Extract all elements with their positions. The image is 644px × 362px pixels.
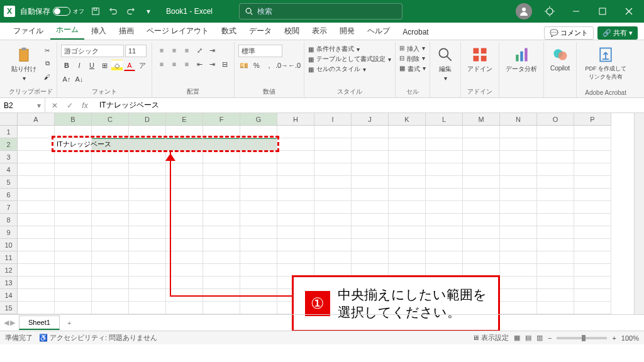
- zoom-slider[interactable]: [557, 337, 607, 339]
- pdf-share-button[interactable]: PDF を作成してリンクを共有: [580, 45, 631, 82]
- col-header[interactable]: M: [463, 113, 500, 126]
- copilot-button[interactable]: Copilot: [548, 45, 572, 73]
- row-header[interactable]: 10: [0, 239, 18, 251]
- tab-acrobat[interactable]: Acrobat: [397, 25, 434, 40]
- col-header[interactable]: O: [537, 113, 574, 126]
- comments-button[interactable]: 💬 コメント: [544, 26, 594, 40]
- tab-file[interactable]: ファイル: [8, 23, 49, 40]
- insert-cells-button[interactable]: ⊞挿入 ▾: [399, 45, 425, 53]
- view-pagebreak-icon[interactable]: ▥: [536, 334, 543, 342]
- close-icon[interactable]: [616, 1, 641, 21]
- qat-dropdown-icon[interactable]: ▾: [142, 5, 155, 18]
- cell-styles-button[interactable]: ▦セルのスタイル ▾: [308, 65, 366, 74]
- merge-center-icon[interactable]: ⊟: [219, 58, 230, 70]
- zoom-level[interactable]: 100%: [621, 334, 639, 342]
- formula-input[interactable]: ITナレッジベース: [94, 100, 644, 111]
- view-pagelayout-icon[interactable]: ▤: [525, 334, 531, 342]
- comma-icon[interactable]: ,: [264, 60, 275, 71]
- tab-view[interactable]: 表示: [306, 23, 333, 40]
- increase-font-icon[interactable]: A↑: [61, 74, 72, 85]
- row-header[interactable]: 12: [0, 264, 18, 277]
- align-middle-icon[interactable]: ≡: [169, 45, 180, 56]
- bold-button[interactable]: B: [61, 60, 72, 71]
- col-header[interactable]: P: [574, 113, 611, 126]
- col-header[interactable]: N: [500, 113, 537, 126]
- align-top-icon[interactable]: ≡: [156, 45, 167, 56]
- enter-formula-icon[interactable]: ✓: [64, 100, 75, 111]
- tab-data[interactable]: データ: [243, 23, 277, 40]
- cut-icon[interactable]: ✂: [42, 45, 53, 56]
- increase-decimal-icon[interactable]: .0→: [276, 60, 287, 71]
- paste-button[interactable]: 貼り付け▾: [9, 45, 39, 83]
- row-header[interactable]: 14: [0, 289, 18, 302]
- decrease-indent-icon[interactable]: ⇤: [194, 58, 205, 70]
- align-center-icon[interactable]: ≡: [169, 58, 180, 70]
- data-analysis-button[interactable]: データ分析: [503, 45, 540, 75]
- border-button[interactable]: ⊞: [99, 60, 110, 71]
- display-settings[interactable]: 🖥 表示設定: [472, 333, 509, 343]
- underline-button[interactable]: U: [86, 60, 97, 71]
- col-header[interactable]: D: [129, 113, 166, 126]
- row-header[interactable]: 2: [0, 138, 18, 151]
- tab-help[interactable]: ヘルプ: [362, 23, 396, 40]
- editing-button[interactable]: 編集▾: [434, 45, 457, 83]
- tab-insert[interactable]: 挿入: [86, 23, 112, 40]
- col-header[interactable]: K: [389, 113, 426, 126]
- autosave-toggle[interactable]: 自動保存 オフ: [20, 6, 84, 17]
- tab-pagelayout[interactable]: ページ レイアウト: [141, 23, 214, 40]
- decrease-decimal-icon[interactable]: ←.0: [289, 60, 300, 71]
- format-cells-button[interactable]: ▦書式 ▾: [399, 65, 426, 74]
- format-as-table-button[interactable]: ▦テーブルとして書式設定 ▾: [308, 55, 391, 63]
- sheet-tab[interactable]: Sheet1: [19, 315, 60, 330]
- align-left-icon[interactable]: ≡: [156, 58, 167, 70]
- wrap-text-icon[interactable]: ⇥: [206, 45, 218, 56]
- row-header[interactable]: 7: [0, 201, 18, 214]
- decrease-font-icon[interactable]: A↓: [74, 74, 85, 85]
- tab-formulas[interactable]: 数式: [216, 23, 242, 40]
- tab-draw[interactable]: 描画: [113, 23, 140, 40]
- row-header[interactable]: 4: [0, 163, 18, 176]
- row-header[interactable]: 1: [0, 126, 18, 138]
- name-box[interactable]: B2▾: [0, 98, 45, 112]
- vertical-scrollbar[interactable]: [634, 113, 644, 314]
- minimize-icon[interactable]: [564, 1, 589, 21]
- new-sheet-button[interactable]: +: [61, 317, 77, 329]
- align-right-icon[interactable]: ≡: [181, 58, 192, 70]
- number-format-dropdown[interactable]: 標準: [238, 45, 282, 57]
- zoom-out-icon[interactable]: −: [548, 334, 552, 342]
- view-normal-icon[interactable]: ▦: [514, 334, 520, 342]
- col-header[interactable]: G: [240, 113, 277, 126]
- sheet-next-icon[interactable]: ▶: [10, 319, 15, 327]
- sheet-prev-icon[interactable]: ◀: [4, 319, 9, 327]
- tab-home[interactable]: ホーム: [50, 21, 84, 40]
- currency-icon[interactable]: 💴: [238, 60, 250, 71]
- phonetic-button[interactable]: ア: [136, 60, 148, 71]
- col-header[interactable]: C: [92, 113, 129, 126]
- col-header[interactable]: J: [352, 113, 389, 126]
- delete-cells-button[interactable]: ⊟削除 ▾: [399, 55, 425, 63]
- row-header[interactable]: 3: [0, 151, 18, 163]
- save-icon[interactable]: [89, 5, 102, 18]
- fx-icon[interactable]: fx: [79, 100, 91, 111]
- maximize-icon[interactable]: [590, 1, 615, 21]
- font-color-button[interactable]: A: [124, 60, 135, 71]
- fill-color-button[interactable]: ◇: [111, 60, 123, 71]
- increase-indent-icon[interactable]: ⇥: [206, 58, 218, 70]
- cancel-formula-icon[interactable]: ✕: [49, 100, 60, 111]
- row-header[interactable]: 6: [0, 189, 18, 201]
- select-all-corner[interactable]: [0, 113, 18, 126]
- tab-review[interactable]: 校閲: [279, 23, 305, 40]
- format-painter-icon[interactable]: 🖌: [42, 71, 53, 82]
- align-bottom-icon[interactable]: ≡: [181, 45, 192, 56]
- col-header[interactable]: E: [166, 113, 203, 126]
- zoom-in-icon[interactable]: +: [612, 334, 616, 342]
- row-header[interactable]: 5: [0, 176, 18, 189]
- addins-button[interactable]: アドイン: [465, 45, 495, 75]
- font-name-dropdown[interactable]: 游ゴシック: [61, 45, 124, 57]
- col-header[interactable]: A: [18, 113, 55, 126]
- undo-icon[interactable]: [107, 5, 119, 18]
- row-header[interactable]: 11: [0, 251, 18, 264]
- row-header[interactable]: 13: [0, 277, 18, 289]
- search-input[interactable]: 検索: [239, 3, 402, 19]
- accessibility-status[interactable]: ♿ アクセシビリティ: 問題ありません: [39, 333, 157, 343]
